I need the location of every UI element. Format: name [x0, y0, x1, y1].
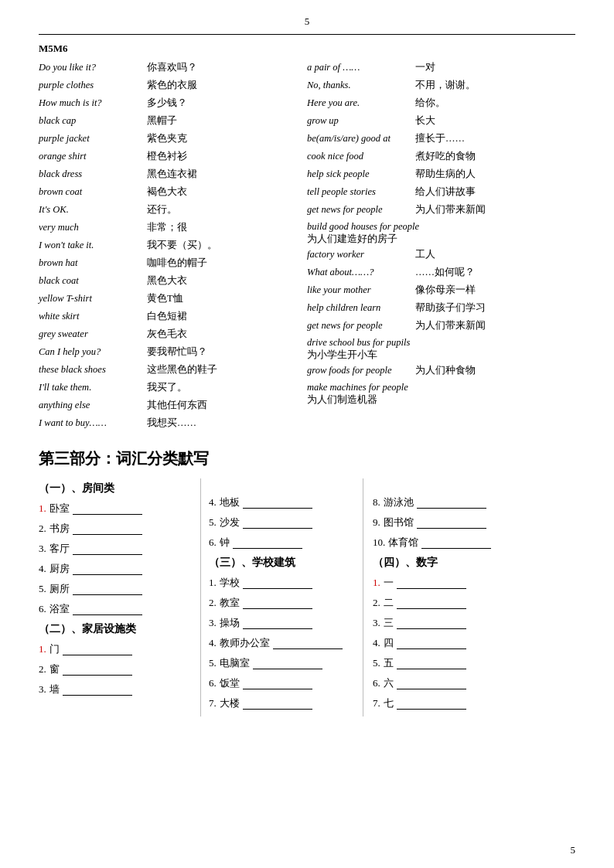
fill-line	[243, 516, 312, 529]
vocab-en: Do you like it?	[39, 62, 147, 73]
fill-item: 6.饭堂	[209, 676, 355, 690]
fill-item: 6.六	[373, 676, 543, 690]
vocab-zh: 紫色夹克	[147, 132, 187, 145]
vocab-en: drive school bus for pupils	[307, 337, 415, 349]
fill-line	[73, 543, 142, 555]
vocab-zh: 为人们种食物	[415, 364, 476, 377]
item-text: 游泳池	[384, 495, 414, 509]
item-text: 五	[384, 656, 394, 670]
vocab-en: black coat	[39, 275, 147, 287]
item-text: 三	[384, 616, 394, 630]
page-number-top: 5	[39, 15, 575, 28]
vocab-zh: 多少钱？	[147, 97, 187, 110]
item-text: 图书馆	[384, 516, 414, 529]
item-number: 7.	[209, 697, 217, 710]
vocab-en: I'll take them.	[39, 382, 147, 393]
item-number: 10.	[373, 536, 385, 549]
part3-col2: 4.地板5.沙发6.钟（三）、学校建筑1.学校2.教室3.操场4.教师办公室5.…	[201, 478, 363, 717]
fill-item: 5.厕所	[39, 582, 191, 596]
fill-line	[397, 617, 466, 629]
vocab-en: I want to buy……	[39, 417, 147, 429]
vocab-row: black coat黑色大衣	[39, 274, 307, 290]
vocab-zh: 褐色大衣	[147, 186, 187, 199]
vocab-zh: 像你母亲一样	[415, 284, 476, 297]
fill-item: 5.电脑室	[209, 656, 355, 670]
vocab-row: It's OK.还行。	[39, 203, 307, 219]
item-number: 6.	[209, 536, 217, 549]
vocab-zh: 白色短裙	[147, 310, 187, 323]
item-text: 一	[384, 576, 394, 590]
item-number: 8.	[373, 496, 380, 509]
fill-line	[73, 603, 142, 615]
fill-item: 9.图书馆	[373, 516, 543, 529]
item-number: 1.	[39, 643, 46, 655]
vocab-zh: 给人们讲故事	[415, 186, 476, 199]
vocab-zh: 橙色衬衫	[147, 150, 187, 163]
vocab-en: brown hat	[39, 257, 147, 269]
item-number: 2.	[373, 597, 380, 609]
fill-item: 5.五	[373, 656, 543, 670]
fill-item: 3.三	[373, 616, 543, 630]
fill-item: 3.客厅	[39, 542, 191, 556]
item-text: 地板	[220, 495, 240, 509]
vocab-en: anything else	[39, 400, 147, 411]
vocab-en: brown coat	[39, 186, 147, 198]
item-number: 3.	[39, 543, 46, 555]
vocab-zh-continuation: 为人们建造好的房子	[307, 233, 575, 246]
vocab-en: I won't take it.	[39, 240, 147, 251]
vocab-row: tell people stories给人们讲故事	[307, 186, 575, 201]
item-number: 5.	[39, 583, 46, 595]
vocab-row: purple jacket紫色夹克	[39, 132, 307, 148]
vocab-row: How much is it?多少钱？	[39, 97, 307, 112]
vocab-en: It's OK.	[39, 204, 147, 216]
vocab-en: help sick people	[307, 168, 415, 180]
vocab-en: these black shoes	[39, 364, 147, 376]
vocab-row-multiline: build good houses for people为人们建造好的房子	[307, 221, 575, 246]
part3-col1: （一）、房间类1.卧室2.书房3.客厅4.厨房5.厕所6.浴室（二）、家居设施类…	[39, 478, 201, 717]
fill-item: 1.卧室	[39, 502, 191, 516]
vocab-grid: Do you like it?你喜欢吗？purple clothes紫色的衣服H…	[39, 61, 575, 434]
vocab-row: purple clothes紫色的衣服	[39, 79, 307, 94]
vocab-en: be(am/is/are) good at	[307, 133, 415, 145]
vocab-row: factory worker工人	[307, 248, 575, 264]
item-text: 操场	[220, 616, 240, 630]
vocab-en: build good houses for people	[307, 221, 419, 233]
item-number: 3.	[373, 617, 380, 629]
vocab-row-multiline: make machines for people为人们制造机器	[307, 382, 575, 407]
vocab-zh: 要我帮忙吗？	[147, 345, 207, 359]
vocab-zh: 一对	[415, 61, 435, 74]
vocab-zh: 不用，谢谢。	[415, 79, 476, 92]
part3-col3: 8.游泳池9.图书馆10.体育馆（四）、数字1.一2.二3.三4.四5.五6.六…	[363, 478, 549, 717]
item-number: 6.	[209, 677, 217, 689]
vocab-zh: 为人们带来新闻	[415, 319, 486, 332]
vocab-en: get news for people	[307, 204, 415, 216]
page-number-bottom: 5	[571, 844, 576, 856]
vocab-zh: 我不要（买）。	[147, 239, 217, 252]
fill-item: 4.教师办公室	[209, 636, 355, 650]
item-text: 钟	[220, 536, 230, 550]
vocab-zh: 我想买……	[147, 417, 196, 430]
item-number: 5.	[373, 657, 380, 669]
vocab-row: grow foods for people为人们种食物	[307, 364, 575, 380]
fill-line	[73, 583, 142, 595]
vocab-en: a pair of ……	[307, 62, 415, 73]
vocab-zh-continuation: 为小学生开小车	[307, 349, 575, 362]
vocab-en: grey sweater	[39, 328, 147, 340]
vocab-row: cook nice food煮好吃的食物	[307, 150, 575, 165]
part3-title: 第三部分：词汇分类默写	[39, 448, 575, 469]
fill-item: 2.书房	[39, 522, 191, 536]
fill-line	[73, 523, 142, 535]
vocab-zh: 擅长于……	[415, 132, 465, 145]
vocab-zh: 黑色连衣裙	[147, 168, 197, 181]
item-number: 4.	[209, 496, 217, 509]
vocab-right-col: a pair of ……一对No, thanks.不用，谢谢。Here you …	[307, 61, 575, 434]
vocab-zh: 这些黑色的鞋子	[147, 363, 217, 376]
fill-line	[397, 657, 466, 669]
fill-item: 7.七	[373, 696, 543, 710]
vocab-zh: 我买了。	[147, 381, 187, 394]
fill-item: 4.地板	[209, 495, 355, 509]
fill-line	[397, 597, 466, 609]
vocab-zh: 灰色毛衣	[147, 328, 187, 341]
item-text: 厕所	[49, 582, 70, 596]
item-text: 厨房	[49, 562, 70, 576]
